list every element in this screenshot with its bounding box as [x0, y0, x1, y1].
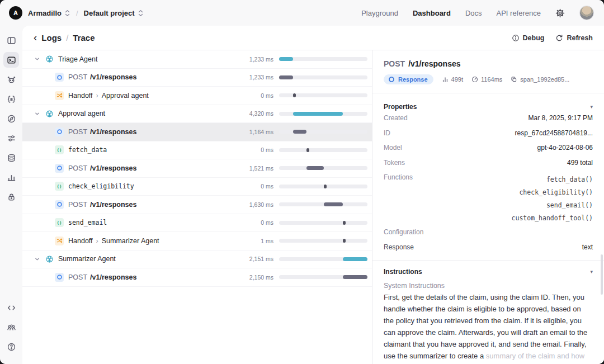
gauge-icon: [471, 76, 478, 83]
code-icon[interactable]: [3, 300, 19, 315]
property-row-model: Modelgpt-4o-2024-08-06: [384, 140, 593, 155]
trace-row-handoff[interactable]: Handoff›Approval agent0 ms: [22, 87, 372, 105]
response-ring-icon: [55, 73, 64, 82]
user-avatar[interactable]: [579, 6, 594, 20]
agent-icon: [45, 110, 54, 118]
timeline-track: [279, 75, 367, 79]
org-avatar[interactable]: A: [9, 6, 22, 20]
token-count: 499t: [442, 76, 463, 83]
timeline-track: [279, 130, 367, 134]
nav-dashboard[interactable]: Dashboard: [413, 9, 451, 17]
response-ring-icon: [55, 200, 64, 209]
property-row-created: CreatedMar 8, 2025, 9:17 PM: [384, 111, 593, 126]
request-path: /v1/responses: [408, 59, 460, 68]
collapse-caret-icon[interactable]: ▾: [590, 104, 593, 110]
duration: 1,521 ms: [238, 165, 273, 172]
org-name: Armadillo: [28, 9, 62, 17]
project-picker[interactable]: Default project: [84, 9, 144, 17]
compass-explore-icon[interactable]: [3, 111, 19, 126]
property-row-functions: Functionsfetch_data()check_eligibility()…: [384, 170, 593, 225]
help-icon[interactable]: [3, 339, 19, 354]
latency: 1164ms: [471, 76, 502, 83]
app-window: A Armadillo / Default project Playground…: [0, 0, 604, 364]
property-value: Mar 8, 2025, 9:17 PM: [528, 114, 593, 122]
copy-icon: [511, 76, 517, 83]
breadcrumb: Logs / Trace: [41, 33, 95, 42]
trace-row--v1-responses[interactable]: POST/v1/responses1,233 ms: [22, 69, 372, 87]
handoff-icon: [55, 237, 64, 245]
request-method: POST: [384, 59, 405, 68]
braces-prompts-icon[interactable]: [3, 91, 19, 107]
timeline-track: [279, 202, 367, 206]
trace-row-triage-agent[interactable]: Triage Agent1,233 ms: [22, 50, 372, 69]
nav-api-reference[interactable]: API reference: [497, 9, 541, 17]
debug-button[interactable]: Debug: [512, 34, 545, 42]
crumb-trace: Trace: [73, 33, 95, 42]
properties-section: Properties ▾ CreatedMar 8, 2025, 9:17 PM…: [372, 93, 604, 261]
sort-chevrons-icon: [64, 10, 70, 17]
timeline-bar: [324, 185, 327, 188]
timeline-bar: [343, 257, 367, 261]
sliders-tuning-icon[interactable]: [3, 130, 19, 146]
property-value: resp_67cd24588704819...: [515, 129, 593, 137]
system-instructions-text: First, get the details of the claim, usi…: [384, 291, 593, 364]
response-badge[interactable]: Response: [384, 74, 433, 84]
timeline-bar: [343, 239, 346, 243]
terminal-logs-icon[interactable]: [3, 52, 19, 68]
top-bar: A Armadillo / Default project Playground…: [0, 0, 604, 26]
back-icon[interactable]: ‹: [34, 32, 37, 42]
system-instructions-label: System Instructions: [384, 282, 593, 290]
handoff-icon: [55, 91, 64, 100]
duration: 0 ms: [238, 183, 273, 190]
bar-chart-usage-icon[interactable]: [3, 169, 19, 185]
timeline-track: [279, 221, 367, 225]
duration: 1 ms: [238, 238, 273, 244]
bar-chart-icon: [442, 76, 449, 83]
span-id[interactable]: span_1992ed85...: [511, 76, 569, 83]
robot-agents-icon[interactable]: [3, 72, 19, 87]
property-row-configuration: Configuration: [384, 225, 593, 240]
scrollbar-thumb[interactable]: [601, 254, 603, 295]
function-name: send_email: [68, 219, 107, 226]
crumb-logs[interactable]: Logs: [41, 33, 62, 42]
timeline-track: [279, 112, 367, 116]
refresh-button[interactable]: Refresh: [555, 34, 593, 42]
details-panel: POST/v1/responses Response 499t: [372, 50, 604, 364]
chevron-down-icon[interactable]: [35, 257, 40, 262]
collapse-caret-icon[interactable]: ▾: [590, 269, 593, 275]
property-label: Functions: [384, 173, 413, 181]
breadcrumb-separator: /: [76, 9, 78, 17]
timeline-track: [279, 185, 367, 188]
property-label: Response: [384, 243, 414, 251]
gear-icon[interactable]: [555, 8, 565, 18]
trace-row-fetch-data[interactable]: () fetch_data0 ms: [22, 141, 372, 160]
lock-api-keys-icon[interactable]: [3, 189, 19, 205]
top-nav: PlaygroundDashboardDocsAPI reference: [361, 6, 594, 20]
nav-docs[interactable]: Docs: [465, 9, 482, 17]
trace-row-summarizer-agent[interactable]: Summarizer Agent2,151 ms: [22, 250, 372, 269]
instructions-section: Instructions ▾ System Instructions First…: [372, 261, 604, 364]
duration: 1,233 ms: [238, 74, 273, 81]
trace-row--v1-responses[interactable]: POST/v1/responses1,164 ms: [22, 123, 372, 141]
trace-row-check-eligibility[interactable]: () check_eligibility0 ms: [22, 178, 372, 196]
trace-row--v1-responses[interactable]: POST/v1/responses1,630 ms: [22, 196, 372, 214]
main-card: ‹ Logs / Trace Debug Refresh Tri: [22, 26, 604, 364]
users-community-icon[interactable]: [3, 319, 19, 335]
duration: 2,151 ms: [238, 256, 273, 262]
timeline-track: [279, 148, 367, 152]
nav-playground[interactable]: Playground: [361, 9, 398, 17]
trace-row-handoff[interactable]: Handoff›Summarizer Agent1 ms: [22, 232, 372, 250]
org-picker[interactable]: Armadillo: [28, 9, 70, 17]
database-storage-icon[interactable]: [3, 150, 19, 166]
function-icon: (): [55, 145, 64, 154]
panel-toggle-icon[interactable]: [3, 32, 19, 48]
trace-row--v1-responses[interactable]: POST/v1/responses2,150 ms: [22, 268, 372, 287]
agent-icon: [45, 255, 54, 263]
trace-row-approval-agent[interactable]: Approval agent4,320 ms: [22, 105, 372, 124]
trace-row--v1-responses[interactable]: POST/v1/responses1,521 ms: [22, 159, 372, 178]
property-value: gpt-4o-2024-08-06: [537, 144, 593, 152]
chevron-down-icon[interactable]: [35, 111, 40, 116]
chevron-down-icon[interactable]: [35, 56, 40, 62]
request-label: POST/v1/responses: [68, 201, 136, 209]
trace-row-send-email[interactable]: () send_email0 ms: [22, 214, 372, 233]
